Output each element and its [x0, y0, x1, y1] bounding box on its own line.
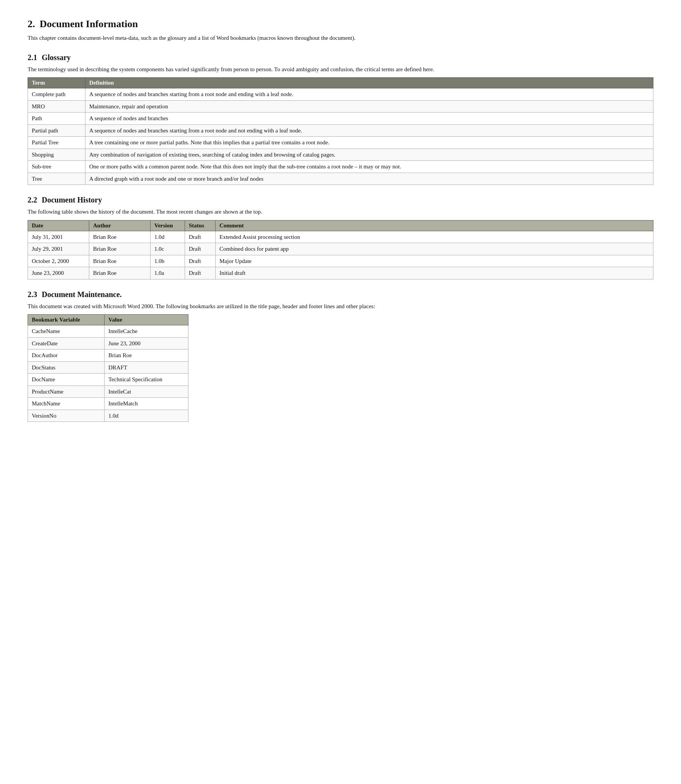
section-21-number: 2.1: [28, 53, 37, 62]
bookmark-row: VersionNo1.0d: [28, 410, 188, 422]
history-col-version: Version: [151, 220, 185, 231]
history-table: Date Author Version Status Comment July …: [28, 220, 653, 279]
bookmark-value: IntelleCat: [105, 385, 188, 398]
glossary-row: Partial pathA sequence of nodes and bran…: [28, 124, 653, 137]
section-2-intro: This chapter contains document-level met…: [28, 34, 653, 42]
glossary-term: Sub-tree: [28, 161, 85, 173]
section-23-intro: This document was created with Microsoft…: [28, 302, 653, 311]
history-comment: Combined docs for patent app: [216, 243, 653, 255]
history-row: October 2, 2000Brian Roe1.0bDraftMajor U…: [28, 255, 653, 267]
section-22-title: 2.2Document History: [28, 196, 653, 204]
glossary-term: Tree: [28, 173, 85, 185]
bookmark-value: IntelleMatch: [105, 398, 188, 410]
section-21-title: 2.1Glossary: [28, 53, 653, 62]
history-status: Draft: [185, 231, 216, 243]
history-comment: Initial draft: [216, 267, 653, 279]
history-version: 1.0d: [151, 231, 185, 243]
history-author: Brian Roe: [89, 255, 151, 267]
history-col-author: Author: [89, 220, 151, 231]
history-author: Brian Roe: [89, 243, 151, 255]
history-author: Brian Roe: [89, 267, 151, 279]
history-date: June 23, 2000: [28, 267, 89, 279]
glossary-row: MROMaintenance, repair and operation: [28, 100, 653, 113]
glossary-definition: A sequence of nodes and branches startin…: [85, 88, 653, 101]
bookmark-value: Brian Roe: [105, 350, 188, 362]
bookmark-value: IntelleCache: [105, 325, 188, 338]
history-col-comment: Comment: [216, 220, 653, 231]
glossary-row: Complete pathA sequence of nodes and bra…: [28, 88, 653, 101]
bookmark-table: Bookmark Variable Value CacheNameIntelle…: [28, 314, 188, 422]
glossary-definition: Any combination of navigation of existin…: [85, 149, 653, 161]
history-version: 1.0c: [151, 243, 185, 255]
glossary-term: Complete path: [28, 88, 85, 101]
bookmark-variable: CreateDate: [28, 337, 105, 350]
history-date: October 2, 2000: [28, 255, 89, 267]
history-comment: Extended Assist processing section: [216, 231, 653, 243]
glossary-row: PathA sequence of nodes and branches: [28, 113, 653, 125]
glossary-definition: A sequence of nodes and branches: [85, 113, 653, 125]
history-date: July 31, 2001: [28, 231, 89, 243]
bookmark-value: June 23, 2000: [105, 337, 188, 350]
bookmark-variable: ProductName: [28, 385, 105, 398]
glossary-col-definition: Definition: [85, 78, 653, 88]
glossary-row: ShoppingAny combination of navigation of…: [28, 149, 653, 161]
section-22-intro: The following table shows the history of…: [28, 207, 653, 216]
bookmark-value: Technical Specification: [105, 374, 188, 386]
bookmark-variable: DocName: [28, 374, 105, 386]
section-23-number: 2.3: [28, 290, 37, 299]
section-2-title: 2.Document Information: [28, 18, 653, 30]
section-23-title: 2.3Document Maintenance.: [28, 290, 653, 299]
bookmark-row: MatchNameIntelleMatch: [28, 398, 188, 410]
glossary-definition: A tree containing one or more partial pa…: [85, 137, 653, 149]
history-status: Draft: [185, 255, 216, 267]
bookmark-row: DocStatusDRAFT: [28, 361, 188, 374]
history-col-status: Status: [185, 220, 216, 231]
section-21-intro: The terminology used in describing the s…: [28, 65, 653, 74]
history-row: June 23, 2000Brian Roe1.0aDraftInitial d…: [28, 267, 653, 279]
bookmark-variable: DocAuthor: [28, 350, 105, 362]
glossary-term: Shopping: [28, 149, 85, 161]
bookmark-variable: CacheName: [28, 325, 105, 338]
history-col-date: Date: [28, 220, 89, 231]
glossary-definition: A directed graph with a root node and on…: [85, 173, 653, 185]
glossary-definition: Maintenance, repair and operation: [85, 100, 653, 113]
bookmark-col-value: Value: [105, 315, 188, 325]
bookmark-row: CreateDateJune 23, 2000: [28, 337, 188, 350]
history-row: July 31, 2001Brian Roe1.0dDraftExtended …: [28, 231, 653, 243]
history-version: 1.0a: [151, 267, 185, 279]
bookmark-variable: MatchName: [28, 398, 105, 410]
bookmark-value: 1.0d: [105, 410, 188, 422]
glossary-row: TreeA directed graph with a root node an…: [28, 173, 653, 185]
history-status: Draft: [185, 243, 216, 255]
bookmark-col-variable: Bookmark Variable: [28, 315, 105, 325]
glossary-row: Partial TreeA tree containing one or mor…: [28, 137, 653, 149]
section-22-number: 2.2: [28, 196, 37, 204]
section-2-number: 2.: [28, 18, 35, 29]
glossary-term: Partial path: [28, 124, 85, 137]
glossary-term: Partial Tree: [28, 137, 85, 149]
bookmark-variable: VersionNo: [28, 410, 105, 422]
history-date: July 29, 2001: [28, 243, 89, 255]
glossary-row: Sub-treeOne or more paths with a common …: [28, 161, 653, 173]
history-version: 1.0b: [151, 255, 185, 267]
history-author: Brian Roe: [89, 231, 151, 243]
glossary-table: Term Definition Complete pathA sequence …: [28, 77, 653, 185]
bookmark-row: CacheNameIntelleCache: [28, 325, 188, 338]
bookmark-value: DRAFT: [105, 361, 188, 374]
glossary-definition: One or more paths with a common parent n…: [85, 161, 653, 173]
bookmark-row: ProductNameIntelleCat: [28, 385, 188, 398]
bookmark-row: DocNameTechnical Specification: [28, 374, 188, 386]
glossary-definition: A sequence of nodes and branches startin…: [85, 124, 653, 137]
history-comment: Major Update: [216, 255, 653, 267]
glossary-term: MRO: [28, 100, 85, 113]
history-row: July 29, 2001Brian Roe1.0cDraftCombined …: [28, 243, 653, 255]
glossary-col-term: Term: [28, 78, 85, 88]
glossary-term: Path: [28, 113, 85, 125]
bookmark-variable: DocStatus: [28, 361, 105, 374]
history-status: Draft: [185, 267, 216, 279]
bookmark-row: DocAuthorBrian Roe: [28, 350, 188, 362]
